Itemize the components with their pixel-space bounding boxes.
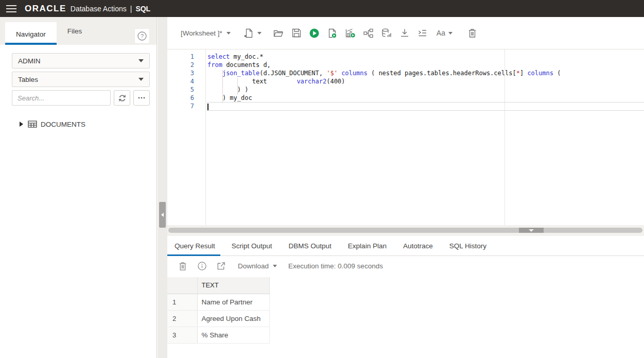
save-button[interactable] xyxy=(290,26,303,40)
hamburger-menu-icon[interactable] xyxy=(6,5,16,12)
database-stats-icon xyxy=(381,28,392,39)
table-row: 2Agreed Upon Cash xyxy=(167,310,269,327)
save-icon xyxy=(291,28,302,38)
vertical-splitter-handle[interactable] xyxy=(159,202,166,228)
object-type-select[interactable]: Tables xyxy=(12,72,150,87)
text-value-cell[interactable]: % Share xyxy=(197,327,269,343)
chevron-down-icon xyxy=(138,59,144,62)
row-number-cell[interactable]: 1 xyxy=(167,294,197,310)
tab-navigator[interactable]: Navigator xyxy=(5,22,57,45)
download-icon xyxy=(399,28,410,38)
new-worksheet-button[interactable] xyxy=(242,26,262,40)
table-row: 1Name of Partner xyxy=(167,294,269,310)
text-cursor xyxy=(207,104,208,110)
horizontal-splitter[interactable] xyxy=(167,225,644,236)
object-type-select-value: Tables xyxy=(18,76,38,83)
trash-icon xyxy=(178,261,187,271)
app-title: Database Actions xyxy=(71,5,127,13)
format-button[interactable] xyxy=(416,26,429,40)
result-tabs: Query ResultScript OutputDBMS OutputExpl… xyxy=(167,236,644,256)
explain-plan-button[interactable] xyxy=(362,26,375,40)
row-number-cell[interactable]: 3 xyxy=(167,327,197,343)
sql-editor[interactable]: 1234567 select my_doc.*from documents d,… xyxy=(167,49,644,225)
row-number-cell[interactable]: 2 xyxy=(167,310,197,327)
chevron-down-icon xyxy=(227,32,231,35)
line-number: 2 xyxy=(167,61,205,70)
chevron-down-icon xyxy=(257,32,262,35)
worksheet-name: [Worksheet ]* xyxy=(181,29,222,37)
tab-explain-plan[interactable]: Explain Plan xyxy=(347,236,388,255)
tab-autotrace[interactable]: Autotrace xyxy=(402,236,434,255)
tab-files[interactable]: Files xyxy=(57,17,93,45)
object-tree: DOCUMENTS xyxy=(0,120,156,129)
autotrace-button[interactable] xyxy=(344,26,357,40)
database-actions-app: ORACLE Database Actions | SQL Navigator … xyxy=(0,0,644,358)
help-button[interactable]: ? xyxy=(134,28,150,44)
download-worksheet-button[interactable] xyxy=(398,26,411,40)
line-number: 6 xyxy=(167,94,205,103)
search-input[interactable] xyxy=(12,90,111,106)
chevron-down-icon xyxy=(448,32,452,35)
open-in-new-tab-button[interactable] xyxy=(215,260,227,272)
refresh-icon xyxy=(117,93,127,103)
refresh-button[interactable] xyxy=(114,90,130,106)
text-value-cell[interactable]: Agreed Upon Cash xyxy=(197,310,269,327)
splitter-track[interactable] xyxy=(168,228,642,233)
run-statement-button[interactable] xyxy=(308,26,321,40)
code-line: json_table(d.JSON_DOCUMENT, '$' columns … xyxy=(207,70,644,78)
main-panel: [Worksheet ]* xyxy=(167,17,644,358)
expand-arrow-icon[interactable] xyxy=(20,122,23,127)
clear-worksheet-button[interactable] xyxy=(466,26,479,40)
more-options-button[interactable] xyxy=(133,90,150,106)
clear-output-button[interactable] xyxy=(177,260,189,272)
info-icon xyxy=(197,261,207,271)
line-number: 4 xyxy=(167,78,205,86)
editor-code[interactable]: select my_doc.*from documents d, json_ta… xyxy=(207,49,644,225)
text-size-label: Aa xyxy=(437,29,445,37)
tab-query-result[interactable]: Query Result xyxy=(173,236,216,255)
sidebar-body: ADMIN Tables xyxy=(0,45,156,358)
execution-time: Execution time: 0.009 seconds xyxy=(288,262,383,270)
text-value-cell[interactable]: Name of Partner xyxy=(197,294,269,310)
worksheet-toolbar: [Worksheet ]* xyxy=(167,17,644,49)
chevron-down-icon xyxy=(138,78,144,81)
collapse-left-icon xyxy=(161,213,164,217)
run-icon xyxy=(309,28,320,39)
sidebar: Navigator Files ? ADMIN Tables xyxy=(0,17,157,358)
query-result-table: TEXT 1Name of Partner2Agreed Upon Cash3%… xyxy=(167,277,270,344)
corner-header-cell[interactable] xyxy=(167,277,197,294)
code-line xyxy=(207,103,644,111)
tab-script-output[interactable]: Script Output xyxy=(231,236,273,255)
ellipsis-icon xyxy=(137,93,146,103)
tab-dbms-output[interactable]: DBMS Output xyxy=(288,236,333,255)
open-in-new-icon xyxy=(216,261,226,271)
chevron-down-icon xyxy=(273,265,277,267)
line-number: 5 xyxy=(167,86,205,94)
search-row xyxy=(12,90,156,106)
tab-sql-history[interactable]: SQL History xyxy=(448,236,488,255)
code-line: ) ) xyxy=(207,86,644,94)
open-file-button[interactable] xyxy=(272,26,285,40)
download-result-button[interactable]: Download xyxy=(238,262,277,270)
collapse-down-icon xyxy=(529,229,534,232)
table-body: 1Name of Partner2Agreed Upon Cash3% Shar… xyxy=(167,294,269,343)
sidebar-tabs: Navigator Files xyxy=(5,17,93,45)
run-script-button[interactable] xyxy=(326,26,339,40)
horizontal-splitter-handle[interactable] xyxy=(519,228,544,233)
code-line: ) my_doc xyxy=(207,94,644,103)
column-header-text[interactable]: TEXT xyxy=(197,277,269,294)
tree-item-documents[interactable]: DOCUMENTS xyxy=(0,120,156,129)
info-button[interactable] xyxy=(196,260,208,272)
sidebar-header: Navigator Files ? xyxy=(0,17,156,45)
top-bar: ORACLE Database Actions | SQL xyxy=(0,0,644,17)
line-number: 1 xyxy=(167,53,205,61)
worksheet-selector[interactable]: [Worksheet ]* xyxy=(181,29,231,37)
help-icon: ? xyxy=(137,31,147,41)
vertical-splitter[interactable] xyxy=(158,17,167,358)
app-subtitle: SQL xyxy=(135,5,150,13)
text-size-button[interactable]: Aa xyxy=(437,29,452,37)
schema-select[interactable]: ADMIN xyxy=(12,53,150,69)
oracle-logo: ORACLE xyxy=(25,4,66,14)
sql-monitor-button[interactable] xyxy=(380,26,393,40)
title-separator: | xyxy=(130,5,132,13)
